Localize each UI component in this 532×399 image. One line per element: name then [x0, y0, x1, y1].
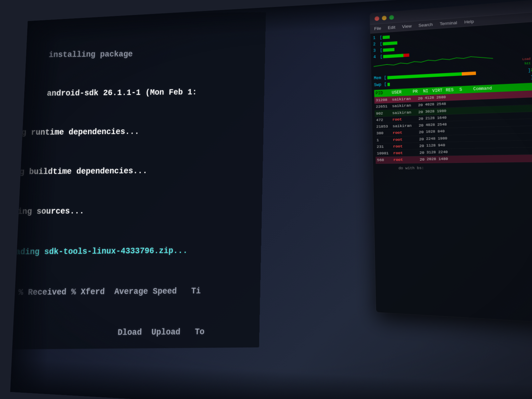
- menu-terminal[interactable]: Terminal: [440, 20, 457, 27]
- cpu-num-1: 1: [373, 35, 378, 41]
- term-line-4: ng buildtime dependencies...: [15, 164, 252, 179]
- mem-value: 2.80G/31.4G: [531, 66, 532, 73]
- proc-pid-10: 568: [377, 157, 392, 163]
- proc-cpu-6: 20: [414, 129, 424, 135]
- term-line-1: installing package: [21, 47, 254, 62]
- term-line-5: ving sources...: [13, 203, 251, 218]
- swp-label: Swp: [374, 82, 384, 88]
- cpu-num-2: 2: [373, 41, 378, 47]
- terminal-left: installing package android-sdk 26.1.1-1 …: [10, 12, 266, 349]
- proc-user-9: root: [393, 150, 413, 156]
- proc-cpu-10: 20: [415, 157, 425, 163]
- col-pid: PID: [375, 90, 390, 96]
- minimize-button[interactable]: [382, 15, 386, 20]
- term-line-2: android-sdk 26.1.1-1 (Mon Feb 1:: [19, 85, 253, 100]
- proc-cpu-7: 20: [414, 136, 424, 142]
- proc-cpu-9: 20: [414, 150, 424, 156]
- proc-cpu-5: 20: [414, 122, 424, 128]
- col-user: USER: [392, 89, 411, 96]
- terminal-left-content: installing package android-sdk 26.1.1-1 …: [10, 21, 255, 399]
- maximize-button[interactable]: [389, 15, 394, 20]
- term-line-3: ng runtime dependencies...: [17, 124, 252, 139]
- term-line-8: Dload Upload To: [10, 325, 248, 340]
- cpu-num-4: 4: [373, 54, 379, 60]
- top-stats: Disk ok ⬛ Load service ███ htt android █…: [522, 51, 532, 66]
- proc-pid-7: 1: [376, 137, 391, 143]
- proc-pid-1: 31208: [376, 97, 390, 103]
- cpu-num-3: 3: [373, 48, 379, 54]
- proc-pid-5: 21853: [376, 123, 390, 129]
- menu-view[interactable]: View: [402, 24, 412, 29]
- proc-user-3: saikiran: [392, 109, 411, 116]
- proc-cmd-10: 2028 1480: [427, 155, 532, 163]
- proc-user-8: root: [393, 143, 412, 149]
- col-pri: PR: [413, 88, 421, 95]
- proc-cpu-4: 20: [413, 116, 423, 122]
- proc-pid-8: 231: [377, 144, 391, 150]
- proc-cpu-2: 20: [413, 102, 423, 108]
- col-res: RES: [446, 87, 457, 93]
- col-ni: NI: [423, 88, 430, 94]
- mem-label: Mem: [374, 75, 384, 81]
- terminal-right: File Edit View Search Terminal Help 1 [ …: [370, 0, 532, 324]
- proc-user-7: root: [393, 136, 412, 143]
- proc-cpu-8: 20: [414, 143, 424, 149]
- col-shr: S: [459, 86, 471, 93]
- menu-search[interactable]: Search: [418, 22, 433, 28]
- proc-pid-4: 472: [376, 117, 390, 123]
- col-virt: VIRT: [432, 87, 444, 94]
- scene: installing package android-sdk 26.1.1-1 …: [10, 0, 532, 399]
- menu-help[interactable]: Help: [464, 19, 474, 25]
- htop-body: 1 [ ] 6.6% 2 [ ] 6.1%: [370, 20, 532, 173]
- proc-pid-2: 22651: [376, 103, 390, 110]
- menu-edit[interactable]: Edit: [388, 25, 395, 30]
- close-button[interactable]: [375, 16, 379, 21]
- proc-user-2: saikiran: [392, 103, 411, 109]
- term-line-6: oading sdk-tools-linux-4333796.zip...: [11, 243, 250, 259]
- proc-pid-9: 10981: [377, 150, 391, 156]
- menu-file[interactable]: File: [374, 26, 381, 31]
- proc-pid-3: 902: [376, 110, 390, 116]
- proc-pid-6: 380: [376, 130, 391, 136]
- proc-cpu-1: 20: [413, 95, 423, 101]
- proc-cpu-3: 20: [413, 109, 423, 115]
- proc-user-1: saikiran: [392, 96, 411, 102]
- proc-user-10: root: [393, 157, 413, 163]
- term-line-blank: [10, 366, 247, 382]
- proc-user-5: saikiran: [393, 123, 412, 129]
- proc-user-6: root: [393, 130, 412, 136]
- term-line-7: % Received % Xferd Average Speed Ti: [10, 284, 249, 299]
- process-list: 31208 saikiran 20 4128 2680 22651 saikir…: [374, 89, 532, 164]
- proc-user-4: root: [392, 116, 412, 122]
- bottom-hint: do with bs:: [376, 164, 532, 171]
